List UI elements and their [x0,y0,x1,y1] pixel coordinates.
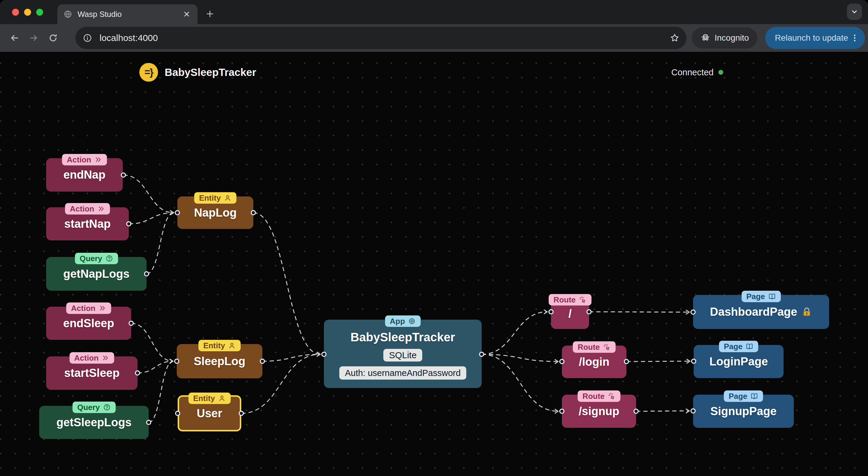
incognito-icon [700,32,711,44]
chevrons-right-icon [98,304,106,312]
handle-left-route-root[interactable] [549,309,554,314]
badge-label: Route [553,295,576,305]
handle-left-NapLog[interactable] [175,210,180,215]
query-badge: Query [72,402,116,413]
node-route-signup[interactable]: Route/signup [562,395,636,428]
entity-badge: Entity [198,340,241,351]
node-label: startSleep [64,367,120,380]
book-open-icon [746,343,753,350]
handle-left-LoginPage[interactable] [691,359,696,364]
handle-right-route-login[interactable] [624,359,629,364]
node-startSleep[interactable]: ActionstartSleep [46,356,137,390]
node-label-text: startSleep [64,367,120,380]
reload-button[interactable] [44,30,62,46]
handle-right-startNap[interactable] [126,222,131,227]
window-controls [12,9,43,16]
node-route-login[interactable]: Route/login [562,345,626,378]
browser-tab[interactable]: Wasp Studio [57,4,197,24]
edge-endNap-to-NapLog[interactable] [123,175,174,213]
handle-right-startSleep[interactable] [135,371,140,376]
site-info-icon[interactable] [80,30,95,46]
action-badge: Action [65,203,110,214]
forward-button[interactable] [25,30,42,46]
node-endSleep[interactable]: ActionendSleep [46,307,131,340]
node-getNapLogs[interactable]: QuerygetNapLogs [46,257,147,291]
handle-left-app[interactable] [321,352,327,357]
zoom-window-button[interactable] [36,9,43,16]
node-DashboardPage[interactable]: PageDashboardPage [693,295,829,329]
node-app[interactable]: AppBabySleepTrackerSQLiteAuth: usernameA… [324,320,482,388]
close-window-button[interactable] [12,9,19,16]
edge-getNapLogs-to-NapLog[interactable] [147,213,174,274]
question-circle-icon [105,254,113,262]
lock-icon [801,307,812,317]
bookmark-star-icon[interactable] [670,33,680,43]
badge-label: Query [77,403,100,412]
flow-canvas[interactable]: =} BabySleepTracker Connected ActionendN… [0,52,868,476]
wasp-logo: =} [140,63,158,82]
badge-label: Route [578,343,600,352]
node-label-text: endNap [63,168,105,181]
url-text[interactable]: localhost:4000 [99,33,670,43]
handle-right-User[interactable] [239,411,244,416]
chevrons-right-icon [102,354,110,362]
edge-startSleep-to-SleepLog[interactable] [137,361,173,373]
node-label: BabySleepTracker [350,331,455,344]
node-startNap[interactable]: ActionstartNap [46,207,129,240]
handle-right-endSleep[interactable] [129,321,134,326]
node-User[interactable]: EntityUser [178,395,241,432]
browser-toolbar: localhost:4000 Incognito Relaunch to upd… [0,24,868,52]
handle-right-NapLog[interactable] [251,210,256,215]
handle-left-route-login[interactable] [559,359,565,364]
node-LoginPage[interactable]: PageLoginPage [694,345,783,378]
edge-NapLog-to-app[interactable] [253,213,320,354]
node-NapLog[interactable]: EntityNapLog [177,196,253,229]
handle-right-route-signup[interactable] [634,409,639,414]
node-SignupPage[interactable]: PageSignupPage [693,395,794,428]
edge-route-login-to-LoginPage[interactable] [626,361,690,362]
handle-right-getSleepLogs[interactable] [146,420,151,425]
handle-left-SignupPage[interactable] [691,409,696,414]
node-getSleepLogs[interactable]: QuerygetSleepLogs [39,406,149,439]
relaunch-button[interactable]: Relaunch to update [765,27,865,49]
handle-right-app[interactable] [479,352,484,357]
handle-left-route-signup[interactable] [559,409,565,414]
node-endNap[interactable]: ActionendNap [46,158,123,192]
node-label-text: / [568,307,572,320]
node-SleepLog[interactable]: EntitySleepLog [177,344,262,378]
edge-route-root-to-DashboardPage[interactable] [589,312,689,312]
cursor-rays-icon [603,343,611,351]
page-badge: Page [719,341,758,352]
status-dot [718,70,723,75]
edge-getSleepLogs-to-SleepLog[interactable] [149,361,173,422]
person-icon [218,394,226,402]
handle-left-DashboardPage[interactable] [691,310,696,315]
incognito-label: Incognito [715,33,749,43]
node-label-text: SignupPage [710,405,777,418]
badge-label: Page [724,342,743,351]
badge-label: App [390,317,405,326]
page-badge: Page [724,390,763,402]
new-tab-button[interactable] [204,8,216,20]
browser-menu-icon[interactable] [848,31,861,44]
address-bar[interactable]: localhost:4000 [75,27,686,49]
edge-app-to-route-root[interactable] [482,312,548,354]
node-route-root[interactable]: Route/ [551,298,589,329]
edge-app-to-route-login[interactable] [482,354,558,362]
handle-left-User[interactable] [175,411,180,416]
handle-left-SleepLog[interactable] [174,359,180,364]
edge-app-to-route-signup[interactable] [482,354,558,411]
back-button[interactable] [6,30,23,46]
handle-right-endNap[interactable] [121,173,126,178]
handle-right-route-root[interactable] [587,309,592,314]
handle-right-SleepLog[interactable] [260,359,265,364]
minimize-window-button[interactable] [24,9,31,16]
node-label-text: BabySleepTracker [350,331,455,344]
edge-route-signup-to-SignupPage[interactable] [636,411,689,411]
badge-label: Entity [193,394,215,403]
handle-right-getNapLogs[interactable] [144,271,149,277]
tab-search-chevron-icon[interactable] [847,4,862,20]
action-badge: Action [69,352,114,364]
tab-close-icon[interactable] [183,10,191,19]
edge-endSleep-to-SleepLog[interactable] [131,323,173,361]
